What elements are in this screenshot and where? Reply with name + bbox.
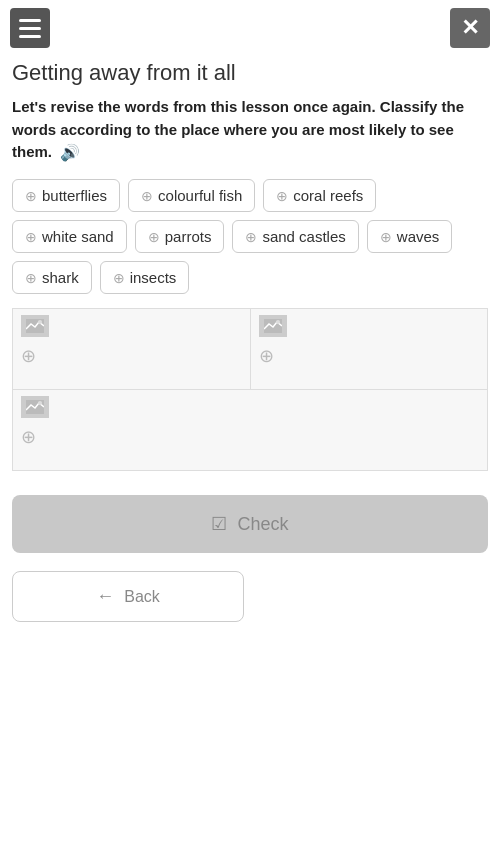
close-button[interactable]: ✕ — [450, 8, 490, 48]
drop-zone-1[interactable]: ⊕ — [13, 309, 251, 389]
chip-label: parrots — [165, 228, 212, 245]
menu-button[interactable] — [10, 8, 50, 48]
drag-icon: ⊕ — [148, 229, 160, 245]
chip-insects[interactable]: ⊕ insects — [100, 261, 190, 294]
menu-line-1 — [19, 19, 41, 22]
chip-label: butterflies — [42, 187, 107, 204]
instructions: Let's revise the words from this lesson … — [0, 96, 500, 179]
speaker-icon[interactable]: 🔊 — [60, 141, 80, 165]
drag-icon: ⊕ — [25, 229, 37, 245]
zone-image-2 — [259, 315, 287, 337]
word-bank: ⊕ butterflies ⊕ colourful fish ⊕ coral r… — [0, 179, 500, 308]
check-button[interactable]: ☑ Check — [12, 495, 488, 553]
drop-icon-3: ⊕ — [21, 426, 36, 448]
drop-icon-1: ⊕ — [21, 345, 36, 367]
chip-white-sand[interactable]: ⊕ white sand — [12, 220, 127, 253]
svg-point-5 — [38, 401, 42, 405]
zone-image-3 — [21, 396, 49, 418]
drag-icon: ⊕ — [380, 229, 392, 245]
check-icon: ☑ — [211, 513, 227, 535]
svg-point-3 — [276, 320, 280, 324]
chip-label: insects — [130, 269, 177, 286]
chip-parrots[interactable]: ⊕ parrots — [135, 220, 225, 253]
chip-butterflies[interactable]: ⊕ butterflies — [12, 179, 120, 212]
chip-waves[interactable]: ⊕ waves — [367, 220, 453, 253]
chip-coral-reefs[interactable]: ⊕ coral reefs — [263, 179, 376, 212]
drop-row-1: ⊕ ⊕ — [12, 308, 488, 390]
back-label: Back — [124, 588, 160, 606]
top-bar: ✕ — [0, 0, 500, 56]
svg-point-1 — [38, 320, 42, 324]
chip-shark[interactable]: ⊕ shark — [12, 261, 92, 294]
check-label: Check — [237, 514, 288, 535]
drop-row-2: ⊕ — [12, 390, 488, 471]
chip-label: colourful fish — [158, 187, 242, 204]
drag-icon: ⊕ — [25, 188, 37, 204]
chip-label: white sand — [42, 228, 114, 245]
drop-zone-3[interactable]: ⊕ — [13, 390, 487, 470]
drag-icon: ⊕ — [141, 188, 153, 204]
chip-sand-castles[interactable]: ⊕ sand castles — [232, 220, 358, 253]
chip-label: coral reefs — [293, 187, 363, 204]
page-title: Getting away from it all — [0, 56, 500, 96]
drag-icon: ⊕ — [113, 270, 125, 286]
drag-icon: ⊕ — [276, 188, 288, 204]
chip-label: sand castles — [262, 228, 345, 245]
drag-icon: ⊕ — [25, 270, 37, 286]
drop-icon-2: ⊕ — [259, 345, 274, 367]
back-arrow-icon: ← — [96, 586, 114, 607]
drop-zones: ⊕ ⊕ ⊕ — [0, 308, 500, 471]
zone-image-1 — [21, 315, 49, 337]
menu-line-2 — [19, 27, 41, 30]
drop-zone-2[interactable]: ⊕ — [251, 309, 488, 389]
menu-line-3 — [19, 35, 41, 38]
back-button[interactable]: ← Back — [12, 571, 244, 622]
chip-label: shark — [42, 269, 79, 286]
drag-icon: ⊕ — [245, 229, 257, 245]
chip-colourful-fish[interactable]: ⊕ colourful fish — [128, 179, 255, 212]
chip-label: waves — [397, 228, 440, 245]
